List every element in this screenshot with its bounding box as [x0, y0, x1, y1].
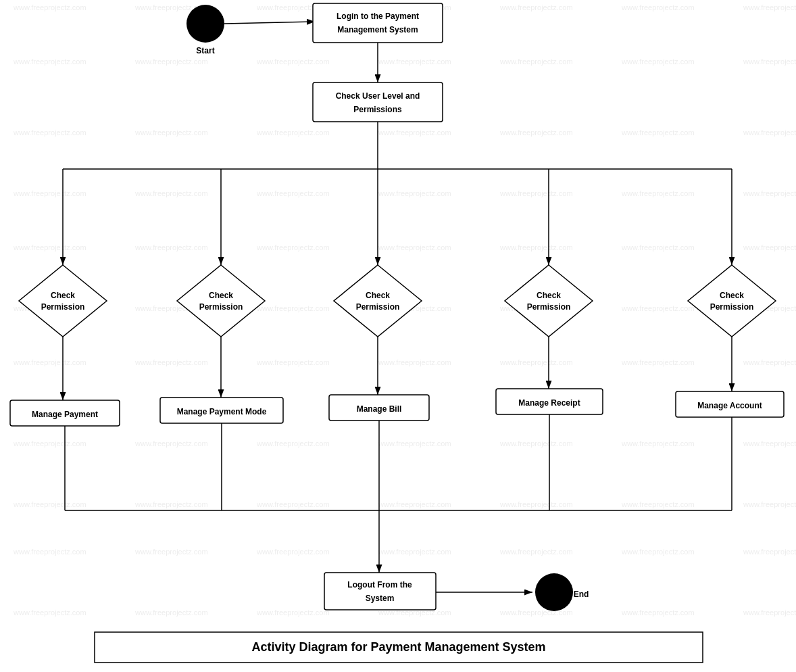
svg-line-78 — [224, 22, 315, 24]
check-permission-diamond-5 — [688, 265, 776, 337]
end-node — [535, 573, 573, 611]
svg-text:www.freeprojectz.com: www.freeprojectz.com — [378, 128, 451, 137]
check-user-label-line1: Check User Level and — [336, 91, 420, 101]
perm3-label-line1: Check — [366, 291, 390, 300]
manage-payment-label: Manage Payment — [32, 410, 98, 419]
login-label-line1: Login to the Payment — [337, 11, 419, 21]
logout-label-line1: Logout From the — [347, 580, 412, 590]
svg-text:www.freeprojectz.com: www.freeprojectz.com — [256, 548, 330, 556]
perm2-label-line2: Permission — [199, 302, 243, 312]
svg-text:www.freeprojectz.com: www.freeprojectz.com — [134, 243, 208, 251]
svg-text:www.freeprojectz.com: www.freeprojectz.com — [256, 358, 330, 366]
svg-text:www.freeprojectz.com: www.freeprojectz.com — [743, 3, 796, 11]
svg-text:www.freeprojectz.com: www.freeprojectz.com — [13, 500, 86, 508]
perm2-label-line1: Check — [209, 291, 233, 300]
svg-text:www.freeprojectz.com: www.freeprojectz.com — [134, 189, 208, 197]
svg-text:www.freeprojectz.com: www.freeprojectz.com — [743, 439, 796, 448]
svg-text:www.freeprojectz.com: www.freeprojectz.com — [134, 439, 208, 448]
svg-text:www.freeprojectz.com: www.freeprojectz.com — [621, 500, 695, 508]
check-user-level-box — [313, 82, 443, 122]
svg-text:www.freeprojectz.com: www.freeprojectz.com — [621, 304, 695, 312]
svg-text:www.freeprojectz.com: www.freeprojectz.com — [621, 243, 695, 251]
svg-text:www.freeprojectz.com: www.freeprojectz.com — [499, 57, 573, 66]
svg-text:www.freeprojectz.com: www.freeprojectz.com — [378, 548, 451, 556]
svg-text:www.freeprojectz.com: www.freeprojectz.com — [13, 3, 86, 11]
svg-text:www.freeprojectz.com: www.freeprojectz.com — [743, 243, 796, 251]
check-permission-diamond-4 — [505, 265, 593, 337]
svg-text:www.freeprojectz.com: www.freeprojectz.com — [256, 128, 330, 137]
svg-text:www.freeprojectz.com: www.freeprojectz.com — [499, 128, 573, 137]
svg-text:www.freeprojectz.com: www.freeprojectz.com — [621, 128, 695, 137]
svg-text:www.freeprojectz.com: www.freeprojectz.com — [256, 608, 330, 617]
svg-text:www.freeprojectz.com: www.freeprojectz.com — [256, 439, 330, 448]
svg-text:www.freeprojectz.com: www.freeprojectz.com — [499, 500, 573, 508]
svg-text:www.freeprojectz.com: www.freeprojectz.com — [256, 57, 330, 66]
svg-text:www.freeprojectz.com: www.freeprojectz.com — [743, 128, 796, 137]
start-node — [186, 5, 224, 43]
svg-text:www.freeprojectz.com: www.freeprojectz.com — [499, 548, 573, 556]
svg-text:www.freeprojectz.com: www.freeprojectz.com — [13, 358, 86, 366]
svg-text:www.freeprojectz.com: www.freeprojectz.com — [621, 608, 695, 617]
check-permission-diamond-3 — [334, 265, 422, 337]
start-label: Start — [196, 46, 214, 55]
svg-text:www.freeprojectz.com: www.freeprojectz.com — [743, 548, 796, 556]
check-permission-diamond-1 — [19, 265, 107, 337]
svg-text:www.freeprojectz.com: www.freeprojectz.com — [134, 500, 208, 508]
svg-text:www.freeprojectz.com: www.freeprojectz.com — [13, 439, 86, 448]
svg-text:www.freeprojectz.com: www.freeprojectz.com — [378, 358, 451, 366]
svg-text:www.freeprojectz.com: www.freeprojectz.com — [621, 548, 695, 556]
svg-text:www.freeprojectz.com: www.freeprojectz.com — [499, 3, 573, 11]
manage-payment-mode-label: Manage Payment Mode — [177, 407, 267, 416]
svg-text:www.freeprojectz.com: www.freeprojectz.com — [378, 500, 451, 508]
svg-text:www.freeprojectz.com: www.freeprojectz.com — [499, 243, 573, 251]
svg-text:www.freeprojectz.com: www.freeprojectz.com — [621, 57, 695, 66]
svg-text:www.freeprojectz.com: www.freeprojectz.com — [743, 500, 796, 508]
end-label: End — [574, 590, 589, 599]
svg-text:www.freeprojectz.com: www.freeprojectz.com — [134, 57, 208, 66]
perm5-label-line2: Permission — [710, 302, 754, 312]
manage-account-label: Manage Account — [697, 401, 762, 410]
svg-text:www.freeprojectz.com: www.freeprojectz.com — [743, 608, 796, 617]
diagram-container: www.freeprojectz.com www.freeprojectz.co… — [0, 0, 796, 672]
svg-text:www.freeprojectz.com: www.freeprojectz.com — [499, 189, 573, 197]
svg-text:www.freeprojectz.com: www.freeprojectz.com — [134, 608, 208, 617]
svg-text:www.freeprojectz.com: www.freeprojectz.com — [13, 243, 86, 251]
svg-text:www.freeprojectz.com: www.freeprojectz.com — [621, 439, 695, 448]
svg-text:www.freeprojectz.com: www.freeprojectz.com — [499, 608, 573, 617]
login-label-line2: Management System — [337, 25, 418, 34]
svg-text:www.freeprojectz.com: www.freeprojectz.com — [621, 358, 695, 366]
svg-text:www.freeprojectz.com: www.freeprojectz.com — [378, 57, 451, 66]
check-permission-diamond-2 — [177, 265, 265, 337]
svg-text:www.freeprojectz.com: www.freeprojectz.com — [256, 189, 330, 197]
svg-text:www.freeprojectz.com: www.freeprojectz.com — [13, 189, 86, 197]
login-box — [313, 3, 443, 43]
svg-text:www.freeprojectz.com: www.freeprojectz.com — [378, 243, 451, 251]
svg-text:www.freeprojectz.com: www.freeprojectz.com — [13, 548, 86, 556]
perm1-label-line2: Permission — [41, 302, 85, 312]
manage-receipt-label: Manage Receipt — [518, 398, 580, 408]
svg-text:www.freeprojectz.com: www.freeprojectz.com — [134, 548, 208, 556]
svg-text:www.freeprojectz.com: www.freeprojectz.com — [13, 608, 86, 617]
diagram-title: Activity Diagram for Payment Management … — [251, 640, 545, 654]
perm4-label-line2: Permission — [527, 302, 571, 312]
svg-text:www.freeprojectz.com: www.freeprojectz.com — [134, 128, 208, 137]
svg-text:www.freeprojectz.com: www.freeprojectz.com — [743, 57, 796, 66]
perm4-label-line1: Check — [537, 291, 561, 300]
svg-text:www.freeprojectz.com: www.freeprojectz.com — [743, 358, 796, 366]
svg-text:www.freeprojectz.com: www.freeprojectz.com — [499, 358, 573, 366]
svg-text:www.freeprojectz.com: www.freeprojectz.com — [378, 439, 451, 448]
logout-box — [324, 573, 436, 610]
check-user-label-line2: Permissions — [353, 105, 402, 114]
perm5-label-line1: Check — [720, 291, 744, 300]
manage-bill-label: Manage Bill — [357, 404, 402, 414]
svg-text:www.freeprojectz.com: www.freeprojectz.com — [134, 358, 208, 366]
svg-text:www.freeprojectz.com: www.freeprojectz.com — [621, 3, 695, 11]
svg-text:www.freeprojectz.com: www.freeprojectz.com — [621, 189, 695, 197]
perm3-label-line2: Permission — [356, 302, 400, 312]
svg-text:www.freeprojectz.com: www.freeprojectz.com — [499, 439, 573, 448]
perm1-label-line1: Check — [51, 291, 75, 300]
svg-text:www.freeprojectz.com: www.freeprojectz.com — [256, 500, 330, 508]
svg-text:www.freeprojectz.com: www.freeprojectz.com — [256, 304, 330, 312]
svg-text:www.freeprojectz.com: www.freeprojectz.com — [378, 189, 451, 197]
logout-label-line2: System — [366, 594, 395, 603]
